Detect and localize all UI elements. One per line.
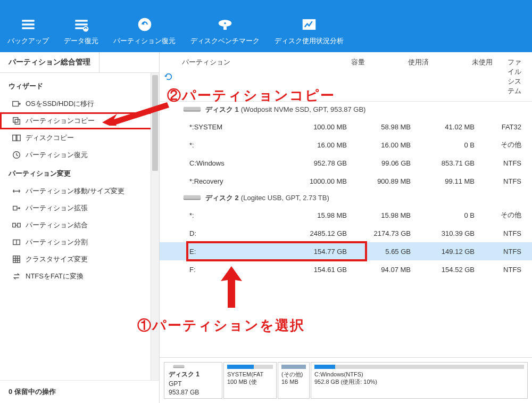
seg-name: C:Windows(NTFS) <box>314 371 524 379</box>
convert-icon <box>12 272 21 281</box>
sidebar-item-os-migrate[interactable]: OSをSSD/HDDに移行 <box>0 95 159 112</box>
partition-recovery-icon <box>137 17 152 32</box>
toolbar-label: パーティション復元 <box>113 36 176 46</box>
toolbar-label: バックアップ <box>7 36 49 46</box>
seg-sub: 100 MB (使 <box>227 379 273 386</box>
sidebar-item-partition-copy[interactable]: パーティションコピー <box>0 112 159 129</box>
sidebar-item-extend[interactable]: パーティション拡張 <box>0 200 159 217</box>
seg-sub: 16 MB <box>281 379 306 386</box>
svg-rect-20 <box>184 195 201 199</box>
toolbar-partition-recovery[interactable]: パーティション復元 <box>106 17 183 46</box>
sidebar-item-label: パーティションコピー <box>26 116 95 126</box>
extend-icon <box>12 203 21 213</box>
benchmark-icon <box>218 17 232 32</box>
cluster-icon <box>12 254 21 264</box>
sidebar-item-move-resize[interactable]: パーティション移動/サイズ変更 <box>0 183 159 200</box>
table-row[interactable]: C:Windows 952.78 GB 99.06 GB 853.71 GB N… <box>160 154 532 172</box>
data-recovery-icon <box>74 17 89 32</box>
sidebar-item-label: NTFSをFATに変換 <box>26 272 84 281</box>
map-disk-size: 953.87 GB <box>169 389 218 396</box>
sidebar-item-label: クラスタサイズ変更 <box>26 254 88 264</box>
sidebar-item-cluster[interactable]: クラスタサイズ変更 <box>0 251 159 268</box>
svg-rect-13 <box>13 223 15 227</box>
sidebar-item-label: パーティション分割 <box>26 237 88 247</box>
sidebar-tab[interactable]: パーティション総合管理 <box>0 52 159 73</box>
svg-rect-18 <box>184 107 201 111</box>
toolbar-data-recovery[interactable]: データ復元 <box>56 17 106 46</box>
disk-2-header[interactable]: ディスク 2(Logitec USB, GPT, 2.73 TB) <box>160 190 532 206</box>
merge-icon <box>12 220 21 230</box>
disk-copy-icon <box>12 133 21 143</box>
copy-icon <box>12 116 21 126</box>
svg-rect-8 <box>15 119 20 124</box>
migrate-icon <box>12 99 21 109</box>
svg-point-0 <box>83 27 88 31</box>
disk-name: ディスク 1 <box>205 105 239 113</box>
sidebar-item-label: パーティション復元 <box>26 150 88 160</box>
resize-icon <box>12 186 21 196</box>
sidebar-item-ntfs-fat[interactable]: NTFSをFATに変換 <box>0 268 159 285</box>
map-segment-windows[interactable]: C:Windows(NTFS) 952.8 GB (使用済: 10%) <box>311 362 528 399</box>
svg-rect-16 <box>13 256 20 263</box>
toolbar-disk-usage[interactable]: ディスク使用状況分析 <box>267 17 351 46</box>
table-row[interactable]: *: 15.98 MB 15.98 MB 0 B その他 <box>160 206 532 224</box>
disk-icon <box>169 365 189 369</box>
backup-icon <box>21 17 36 32</box>
col-filesystem: ファイルシステム <box>497 52 532 101</box>
disk-desc: (Wodposit NVMe SSD, GPT, 953.87 GB) <box>241 105 366 113</box>
disk-desc: (Logitec USB, GPT, 2.73 TB) <box>241 194 329 202</box>
partition-table-header: パーティション 容量 使用済 未使用 ファイルシステム <box>160 52 532 102</box>
disk-name: ディスク 2 <box>205 194 239 202</box>
section-wizard: ウィザード <box>0 76 159 95</box>
col-capacity: 容量 <box>300 52 369 101</box>
svg-rect-7 <box>13 118 18 122</box>
top-toolbar: バックアップ データ復元 パーティション復元 ディスクベンチマーク ディスク使用… <box>0 0 532 52</box>
content-panel: パーティション 容量 使用済 未使用 ファイルシステム ディスク 1(Wodpo… <box>160 52 532 403</box>
svg-rect-22 <box>173 365 185 368</box>
disk-icon <box>183 193 201 203</box>
map-disk-label[interactable]: ディスク 1 GPT 953.87 GB <box>164 362 222 399</box>
svg-rect-12 <box>13 206 17 210</box>
sidebar-item-merge[interactable]: パーティション結合 <box>0 217 159 234</box>
toolbar-label: ディスク使用状況分析 <box>275 36 344 46</box>
sidebar-item-label: ディスクコピー <box>26 133 74 143</box>
table-row[interactable]: F: 154.61 GB 94.07 MB 154.52 GB NTFS <box>160 260 532 278</box>
table-row[interactable]: *: 16.00 MB 16.00 MB 0 B その他 <box>160 136 532 154</box>
col-free: 未使用 <box>433 52 497 101</box>
sidebar-item-label: OSをSSD/HDDに移行 <box>26 99 94 109</box>
sidebar-item-split[interactable]: パーティション分割 <box>0 234 159 251</box>
col-partition: パーティション <box>178 52 300 101</box>
seg-sub: 952.8 GB (使用済: 10%) <box>314 379 524 386</box>
toolbar-label: ディスクベンチマーク <box>190 36 260 46</box>
map-segment-system[interactable]: SYSTEM(FAT 100 MB (使 <box>223 362 277 399</box>
col-used: 使用済 <box>369 52 433 101</box>
table-row[interactable]: *:Recovery 1000.00 MB 900.89 MB 99.11 MB… <box>160 172 532 190</box>
svg-rect-14 <box>18 223 20 227</box>
seg-name: (その他) <box>281 371 306 379</box>
refresh-icon[interactable] <box>160 52 178 101</box>
disk-map: ディスク 1 GPT 953.87 GB SYSTEM(FAT 100 MB (… <box>160 357 532 403</box>
disk-usage-icon <box>302 17 317 32</box>
sidebar: パーティション総合管理 ウィザード OSをSSD/HDDに移行 パーティションコ… <box>0 52 160 403</box>
map-segment-other[interactable]: (その他) 16 MB <box>278 362 310 399</box>
seg-name: SYSTEM(FAT <box>227 371 273 379</box>
partition-table-body: ディスク 1(Wodposit NVMe SSD, GPT, 953.87 GB… <box>160 102 532 357</box>
scrollbar-thumb[interactable] <box>152 75 158 171</box>
disk-icon <box>183 105 201 114</box>
sidebar-item-label: パーティション移動/サイズ変更 <box>26 186 124 196</box>
disk-1-header[interactable]: ディスク 1(Wodposit NVMe SSD, GPT, 953.87 GB… <box>160 102 532 118</box>
toolbar-backup[interactable]: バックアップ <box>0 17 56 46</box>
sidebar-tab-label: パーティション総合管理 <box>0 52 99 72</box>
toolbar-benchmark[interactable]: ディスクベンチマーク <box>183 17 267 46</box>
section-change: パーティション変更 <box>0 163 159 183</box>
table-row-selected[interactable]: E: 154.77 GB 5.65 GB 149.12 GB NTFS <box>160 242 532 260</box>
svg-rect-4 <box>224 27 227 30</box>
table-row[interactable]: D: 2485.12 GB 2174.73 GB 310.39 GB NTFS <box>160 224 532 242</box>
sidebar-item-partition-recovery[interactable]: パーティション復元 <box>0 146 159 163</box>
table-row[interactable]: *:SYSTEM 100.00 MB 58.98 MB 41.02 MB FAT… <box>160 118 532 136</box>
toolbar-label: データ復元 <box>64 36 98 46</box>
sidebar-item-disk-copy[interactable]: ディスクコピー <box>0 129 159 146</box>
svg-point-3 <box>224 22 227 24</box>
recovery-icon <box>12 150 21 160</box>
pending-operations: 0 保留中の操作 <box>0 380 159 403</box>
